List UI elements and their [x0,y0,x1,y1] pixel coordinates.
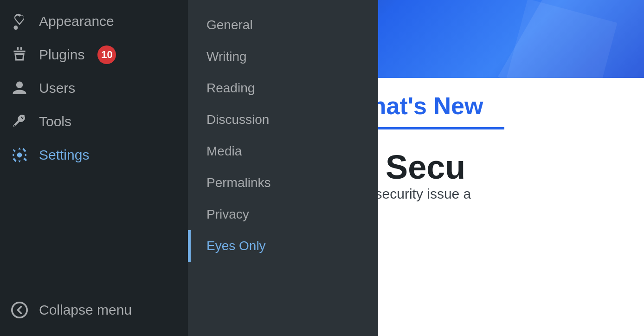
sidebar-item-settings[interactable]: Settings [0,138,188,172]
paint-brush-icon [9,11,30,32]
sidebar-item-tools-label: Tools [39,114,71,129]
active-indicator [188,230,191,262]
submenu-item-discussion[interactable]: Discussion [188,104,378,136]
sidebar-item-appearance-label: Appearance [39,13,114,29]
plugin-icon [9,45,30,65]
sidebar-item-plugins-label: Plugins [39,47,84,63]
submenu-eyes-only-label: Eyes Only [206,239,266,253]
submenu-reading-label: Reading [206,81,255,96]
sidebar-item-plugins[interactable]: Plugins 10 [0,38,188,71]
settings-submenu: General Writing Reading Discussion Media… [188,0,378,336]
submenu-item-writing[interactable]: Writing [188,41,378,72]
submenu-item-privacy[interactable]: Privacy [188,199,378,230]
settings-icon [9,145,30,165]
sidebar-item-tools[interactable]: Tools [0,105,188,138]
submenu-media-label: Media [206,144,242,159]
submenu-item-reading[interactable]: Reading [188,72,378,104]
sidebar-item-users[interactable]: Users [0,71,188,105]
collapse-icon [9,300,30,320]
submenu-discussion-label: Discussion [206,112,269,127]
submenu-writing-label: Writing [206,49,247,64]
submenu-privacy-label: Privacy [206,207,249,222]
svg-point-0 [12,303,27,317]
sidebar-item-users-label: Users [39,80,75,96]
users-icon [9,78,30,98]
submenu-permalinks-label: Permalinks [206,175,270,190]
submenu-item-general[interactable]: General [188,9,378,41]
sidebar-item-settings-label: Settings [39,147,89,163]
sidebar-item-appearance[interactable]: Appearance [0,5,188,38]
wrench-icon [9,111,30,132]
collapse-menu-label: Collapse menu [39,302,132,318]
submenu-general-label: General [206,18,253,32]
plugins-badge: 10 [97,45,116,64]
submenu-item-eyes-only[interactable]: Eyes Only [188,230,378,262]
sidebar: Appearance Plugins 10 Users Tools [0,0,188,336]
submenu-item-permalinks[interactable]: Permalinks [188,167,378,199]
sidebar-item-collapse[interactable]: Collapse menu [0,293,188,327]
submenu-item-media[interactable]: Media [188,136,378,167]
